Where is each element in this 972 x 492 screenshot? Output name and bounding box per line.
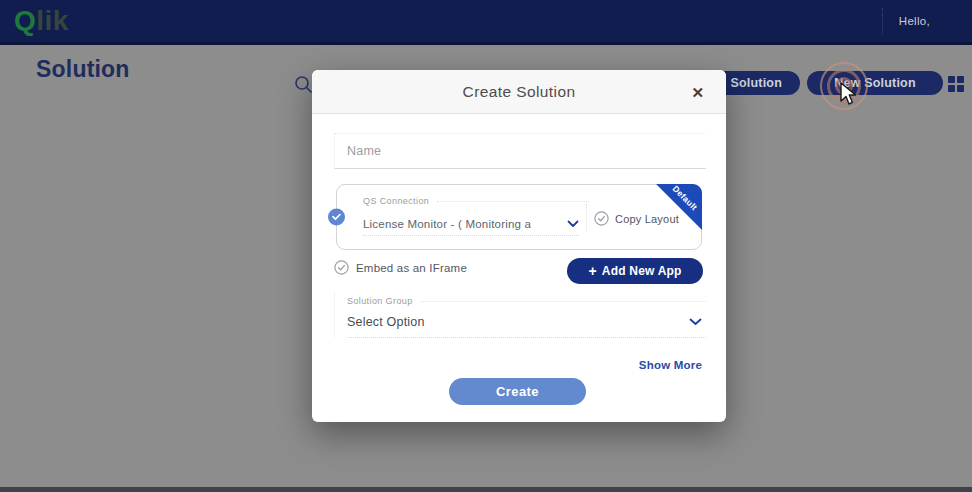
logo-letter-q: Q <box>14 5 36 36</box>
footer-bar <box>0 487 972 492</box>
close-icon[interactable]: ✕ <box>691 84 704 99</box>
solution-button-label: Solution <box>730 76 782 90</box>
solution-group-select[interactable]: Select Option <box>347 306 706 338</box>
qs-connection-label-row: QS Connection <box>363 196 589 206</box>
copy-layout-toggle[interactable]: Copy Layout <box>594 211 679 226</box>
new-solution-button-label: New Solution <box>834 76 916 90</box>
chevron-down-icon <box>567 220 579 228</box>
add-new-app-button[interactable]: + Add New App <box>567 258 703 284</box>
add-new-app-label: Add New App <box>602 264 682 278</box>
solution-group-value: Select Option <box>347 315 425 329</box>
dotted-rule <box>437 201 589 202</box>
check-circle-icon <box>594 211 609 226</box>
grid-view-icon[interactable] <box>948 76 964 92</box>
solution-group-label-row: Solution Group <box>347 296 706 306</box>
header-underline <box>0 42 972 45</box>
greeting-text: Hello, <box>899 15 930 27</box>
qs-connection-card: QS Connection License Monitor - ( Monito… <box>336 184 702 250</box>
modal-title: Create Solution <box>463 83 576 101</box>
solution-group-field: Solution Group Select Option <box>334 292 706 338</box>
logo-rest: lik <box>36 5 69 36</box>
card-divider <box>586 204 587 232</box>
page-title: Solution <box>36 56 130 83</box>
top-nav-bar: Qlik Hello, <box>0 0 972 42</box>
selected-check-icon[interactable] <box>328 209 345 226</box>
plus-icon: + <box>588 264 596 278</box>
search-icon[interactable] <box>294 74 313 94</box>
qs-connection-select[interactable]: License Monitor - ( Monitoring a <box>363 212 579 236</box>
modal-header: Create Solution ✕ <box>312 70 726 114</box>
dotted-rule <box>421 301 706 302</box>
qs-connection-label: QS Connection <box>363 196 429 206</box>
user-area: Hello, <box>882 0 930 42</box>
qlik-logo[interactable]: Qlik <box>14 7 69 35</box>
show-more-link[interactable]: Show More <box>639 359 702 371</box>
check-circle-icon <box>334 260 349 275</box>
create-button[interactable]: Create <box>449 378 586 405</box>
header-divider <box>882 8 883 34</box>
solution-group-label: Solution Group <box>347 296 413 306</box>
create-solution-modal: Create Solution ✕ QS Connection License … <box>312 70 726 422</box>
embed-iframe-toggle[interactable]: Embed as an IFrame <box>334 260 467 275</box>
qs-connection-value: License Monitor - ( Monitoring a <box>363 218 531 230</box>
new-solution-button[interactable]: New Solution <box>807 71 943 95</box>
app-screen: Qlik Hello, Solution Solution New Soluti… <box>0 0 972 492</box>
copy-layout-label: Copy Layout <box>615 213 679 225</box>
name-input[interactable] <box>334 133 706 169</box>
chevron-down-icon <box>689 318 702 326</box>
embed-iframe-label: Embed as an IFrame <box>356 262 467 274</box>
